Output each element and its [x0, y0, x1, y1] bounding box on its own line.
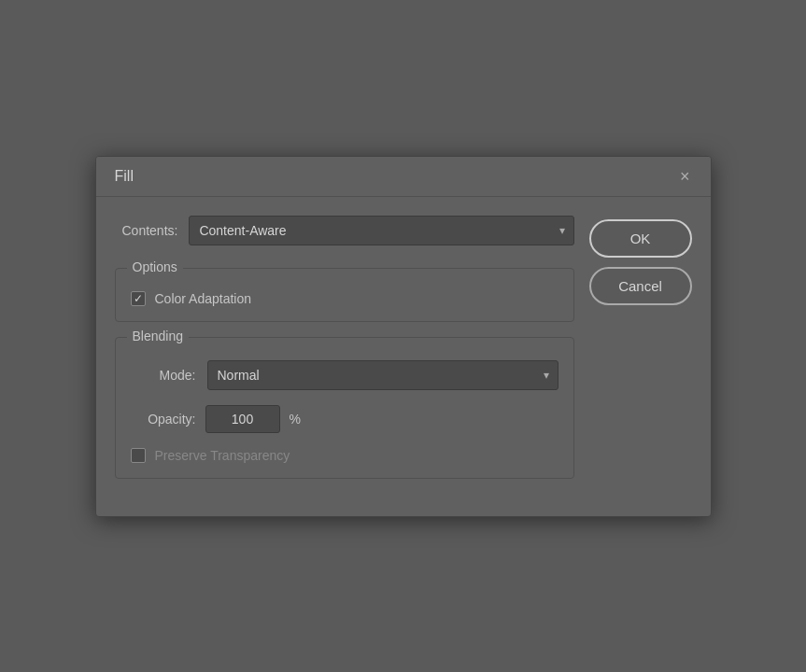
color-adaptation-checkbox[interactable]: ✓ — [131, 291, 146, 306]
ok-button[interactable]: OK — [589, 219, 692, 258]
dialog-title: Fill — [115, 168, 134, 185]
dialog-body: Contents: Content-Aware Foreground Color… — [96, 197, 711, 516]
preserve-transparency-row: Preserve Transparency — [131, 448, 559, 463]
dialog-actions: OK Cancel — [589, 216, 692, 494]
color-adaptation-label: Color Adaptation — [155, 291, 252, 306]
preserve-transparency-checkbox[interactable] — [131, 448, 146, 463]
mode-label: Mode: — [131, 368, 196, 383]
cancel-button[interactable]: Cancel — [589, 267, 692, 305]
color-adaptation-row: ✓ Color Adaptation — [131, 291, 559, 306]
preserve-transparency-label: Preserve Transparency — [155, 448, 290, 463]
dialog-main: Contents: Content-Aware Foreground Color… — [115, 216, 574, 494]
opacity-label: Opacity: — [131, 412, 196, 427]
blending-legend: Blending — [127, 329, 190, 343]
mode-select-wrapper: Normal Dissolve Multiply Screen Overlay … — [207, 360, 559, 390]
contents-label: Contents: — [122, 223, 178, 238]
options-section: Options ✓ Color Adaptation — [115, 268, 574, 322]
fill-dialog: Fill × Contents: Content-Aware Foregroun… — [95, 156, 712, 517]
options-legend: Options — [127, 259, 183, 274]
contents-row: Contents: Content-Aware Foreground Color… — [122, 216, 574, 245]
mode-select[interactable]: Normal Dissolve Multiply Screen Overlay … — [207, 360, 559, 390]
dialog-titlebar: Fill × — [96, 157, 711, 197]
mode-row: Mode: Normal Dissolve Multiply Screen Ov… — [131, 360, 559, 390]
contents-select[interactable]: Content-Aware Foreground Color Backgroun… — [189, 216, 573, 245]
close-button[interactable]: × — [674, 166, 696, 187]
blending-section: Blending Mode: Normal Dissolve Multiply … — [115, 337, 574, 479]
percent-label: % — [290, 412, 301, 427]
opacity-row: Opacity: % — [131, 405, 559, 433]
contents-select-wrapper: Content-Aware Foreground Color Backgroun… — [189, 216, 573, 245]
opacity-input[interactable] — [205, 405, 280, 433]
checkmark-icon: ✓ — [134, 293, 143, 304]
